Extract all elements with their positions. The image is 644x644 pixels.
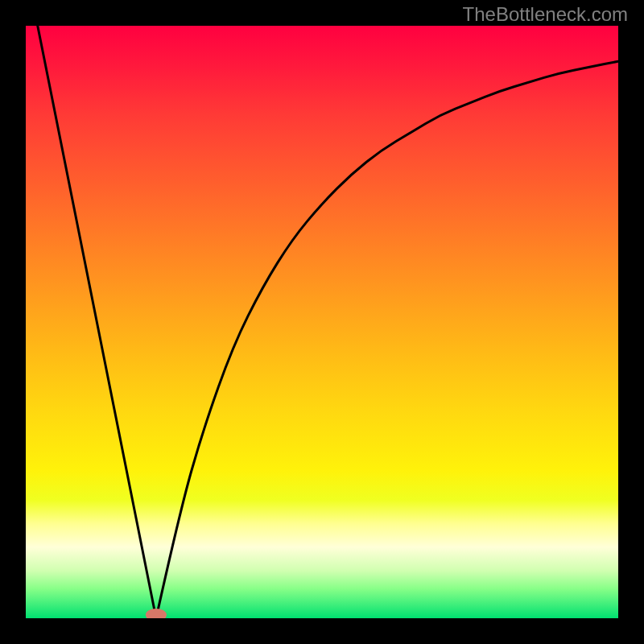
chart-svg — [26, 26, 618, 618]
chart-frame: TheBottleneck.com — [0, 0, 644, 644]
curve-left-branch — [38, 26, 156, 618]
minimum-marker — [146, 609, 167, 618]
plot-area — [26, 26, 618, 618]
curve-right-branch — [156, 61, 618, 618]
watermark-text: TheBottleneck.com — [463, 3, 628, 26]
